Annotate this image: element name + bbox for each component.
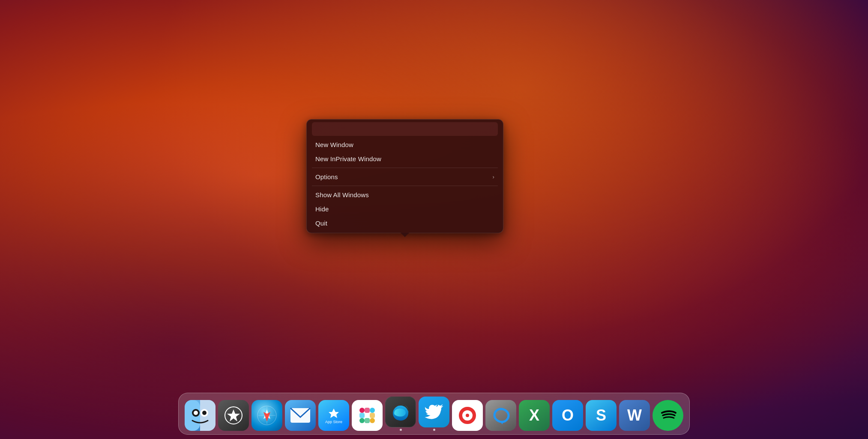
- context-menu: New Window New InPrivate Window Options …: [306, 119, 503, 233]
- svg-text:W: W: [627, 406, 642, 424]
- svg-point-25: [466, 414, 469, 417]
- menu-item-new-inprivate-window[interactable]: New InPrivate Window: [307, 152, 503, 166]
- dock-item-edge[interactable]: [385, 397, 416, 431]
- edge-dock-dot: [400, 429, 402, 431]
- svg-marker-8: [227, 409, 240, 421]
- menu-item-hide[interactable]: Hide: [307, 202, 503, 216]
- menu-item-options[interactable]: Options ›: [307, 170, 503, 184]
- svg-text:App Store: App Store: [325, 420, 342, 424]
- menu-item-quit[interactable]: Quit: [307, 216, 503, 230]
- dock-item-finder[interactable]: [185, 400, 216, 431]
- dock-item-mail[interactable]: [285, 400, 316, 431]
- svg-text:X: X: [529, 406, 539, 424]
- dock-item-safari[interactable]: [251, 400, 282, 431]
- dock-item-excel[interactable]: X: [519, 400, 550, 431]
- twitter-dock-dot: [433, 429, 435, 431]
- svg-rect-19: [370, 418, 375, 423]
- dock-item-twitter[interactable]: [419, 397, 449, 431]
- svg-rect-21: [365, 418, 370, 423]
- dock-item-launchpad[interactable]: [218, 400, 249, 431]
- svg-point-6: [202, 411, 207, 415]
- svg-rect-16: [359, 408, 365, 413]
- menu-item-show-all-windows[interactable]: Show All Windows: [307, 188, 503, 202]
- dock-item-outlook[interactable]: O: [552, 400, 583, 431]
- svg-rect-20: [365, 408, 370, 413]
- dock-item-appstore[interactable]: App Store: [318, 400, 349, 431]
- dock-item-word[interactable]: W: [619, 400, 650, 431]
- context-menu-app-header: [312, 122, 498, 136]
- menu-item-new-window[interactable]: New Window: [307, 138, 503, 152]
- options-submenu-chevron: ›: [493, 174, 494, 180]
- menu-divider-2: [312, 186, 498, 186]
- dock-item-printix[interactable]: [485, 400, 516, 431]
- svg-rect-18: [359, 418, 365, 423]
- svg-point-5: [194, 411, 198, 415]
- svg-rect-23: [370, 413, 375, 418]
- dock-item-skype[interactable]: S: [586, 400, 617, 431]
- svg-rect-17: [370, 408, 375, 413]
- dock: App Store: [178, 393, 690, 435]
- svg-rect-22: [359, 413, 365, 418]
- dock-item-slack[interactable]: [352, 400, 383, 431]
- svg-text:S: S: [596, 406, 606, 424]
- svg-text:O: O: [562, 406, 574, 424]
- dock-item-spotify[interactable]: [652, 400, 683, 431]
- dock-item-davinci[interactable]: [452, 400, 483, 431]
- menu-divider-1: [312, 168, 498, 168]
